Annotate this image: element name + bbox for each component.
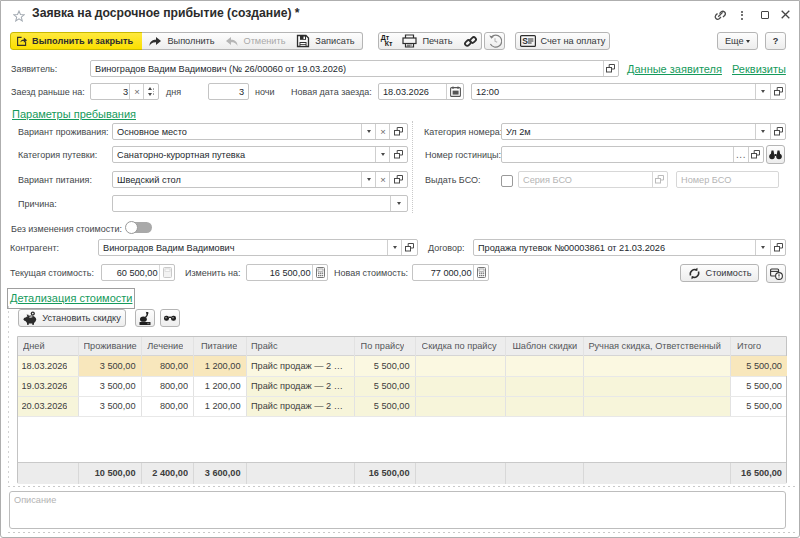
svg-text:S: S — [522, 36, 528, 46]
